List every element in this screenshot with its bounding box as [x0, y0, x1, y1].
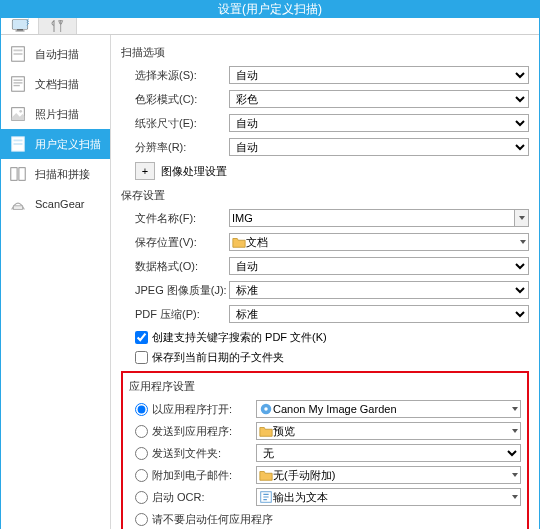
- colormode-select[interactable]: 彩色: [229, 90, 529, 108]
- svg-rect-15: [14, 143, 23, 145]
- svg-rect-2: [17, 29, 23, 31]
- save-group-title: 保存设置: [121, 188, 529, 203]
- source-select[interactable]: 自动: [229, 66, 529, 84]
- radio-attach[interactable]: [135, 469, 148, 482]
- format-label: 数据格式(O):: [121, 259, 229, 274]
- scangear-icon: [9, 195, 27, 213]
- chk-date-subfolder[interactable]: [135, 351, 148, 364]
- sidebar-label: 照片扫描: [35, 107, 79, 122]
- sendtofolder-select[interactable]: 无: [256, 444, 521, 462]
- imgproc-label: 图像处理设置: [161, 164, 227, 179]
- app-group-title: 应用程序设置: [129, 379, 521, 394]
- text-output-icon: [259, 490, 273, 504]
- pdfc-select[interactable]: 标准: [229, 305, 529, 323]
- radio-openwith[interactable]: [135, 403, 148, 416]
- sidebar: 自动扫描 文档扫描 照片扫描 用户定义扫描 扫描和拼接 ScanGear: [1, 35, 111, 529]
- page-auto-icon: [9, 45, 27, 63]
- expand-imgproc-button[interactable]: +: [135, 162, 155, 180]
- custom-scan-icon: [9, 135, 27, 153]
- sendtoapp-label: 发送到应用程序:: [152, 424, 256, 439]
- svg-rect-1: [12, 20, 27, 29]
- chk-kw-label: 创建支持关键字搜索的 PDF 文件(K): [152, 330, 327, 345]
- content-pane: 扫描选项 选择来源(S): 自动 色彩模式(C): 彩色 纸张尺寸(E): 自动…: [111, 35, 539, 529]
- papersize-select[interactable]: 自动: [229, 114, 529, 132]
- svg-rect-17: [19, 168, 25, 181]
- radio-none[interactable]: [135, 513, 148, 526]
- svg-point-12: [19, 110, 22, 113]
- jpegq-select[interactable]: 标准: [229, 281, 529, 299]
- sidebar-item-photo[interactable]: 照片扫描: [1, 99, 110, 129]
- svg-rect-18: [14, 206, 23, 210]
- scan-group-title: 扫描选项: [121, 45, 529, 60]
- app-settings-highlight: 应用程序设置 以应用程序打开: Canon My Image Garden 发送…: [121, 371, 529, 529]
- title-bar: 设置(用户定义扫描): [1, 1, 539, 18]
- folder-yellow-icon: [259, 424, 273, 438]
- svg-rect-3: [15, 31, 24, 32]
- svg-point-20: [264, 407, 268, 411]
- chk-date-label: 保存到当前日期的子文件夹: [152, 350, 284, 365]
- ocr-select[interactable]: 输出为文本: [256, 488, 521, 506]
- window-title: 设置(用户定义扫描): [218, 1, 322, 18]
- sidebar-item-auto[interactable]: 自动扫描: [1, 39, 110, 69]
- sidebar-item-stitch[interactable]: 扫描和拼接: [1, 159, 110, 189]
- openwith-label: 以应用程序打开:: [152, 402, 256, 417]
- sidebar-item-custom[interactable]: 用户定义扫描: [1, 129, 110, 159]
- resolution-label: 分辨率(R):: [121, 140, 229, 155]
- plus-icon: +: [142, 165, 148, 177]
- radio-sendtoapp[interactable]: [135, 425, 148, 438]
- folder-icon: [232, 235, 246, 249]
- jpegq-label: JPEG 图像质量(J):: [121, 283, 229, 298]
- sidebar-label: 文档扫描: [35, 77, 79, 92]
- sidebar-label: 扫描和拼接: [35, 167, 90, 182]
- svg-rect-6: [14, 53, 23, 55]
- stitch-icon: [9, 165, 27, 183]
- openwith-select[interactable]: Canon My Image Garden: [256, 400, 521, 418]
- sendtofolder-label: 发送到文件夹:: [152, 446, 256, 461]
- app-canon-icon: [259, 402, 273, 416]
- svg-rect-8: [14, 80, 23, 81]
- svg-rect-7: [12, 77, 25, 91]
- svg-rect-16: [11, 168, 17, 181]
- sidebar-label: 用户定义扫描: [35, 137, 101, 152]
- svg-rect-9: [14, 82, 23, 83]
- source-label: 选择来源(S):: [121, 68, 229, 83]
- format-select[interactable]: 自动: [229, 257, 529, 275]
- sidebar-label: 自动扫描: [35, 47, 79, 62]
- saveto-label: 保存位置(V):: [121, 235, 229, 250]
- document-icon: [9, 75, 27, 93]
- resolution-select[interactable]: 自动: [229, 138, 529, 156]
- sendtoapp-select[interactable]: 预览: [256, 422, 521, 440]
- tab-computer[interactable]: [1, 18, 39, 34]
- sidebar-item-document[interactable]: 文档扫描: [1, 69, 110, 99]
- tab-tools[interactable]: [39, 18, 77, 34]
- monitor-icon: [11, 18, 29, 34]
- radio-ocr[interactable]: [135, 491, 148, 504]
- svg-rect-5: [14, 50, 23, 52]
- radio-sendtofolder[interactable]: [135, 447, 148, 460]
- svg-rect-14: [14, 140, 23, 142]
- filename-label: 文件名称(F):: [121, 211, 229, 226]
- photo-icon: [9, 105, 27, 123]
- ocr-label: 启动 OCR:: [152, 490, 256, 505]
- svg-rect-10: [14, 85, 20, 86]
- tools-icon: [49, 18, 67, 34]
- pdfc-label: PDF 压缩(P):: [121, 307, 229, 322]
- saveto-select[interactable]: 文档: [229, 233, 529, 251]
- sidebar-item-scangear[interactable]: ScanGear: [1, 189, 110, 219]
- attach-label: 附加到电子邮件:: [152, 468, 256, 483]
- attach-select[interactable]: 无(手动附加): [256, 466, 521, 484]
- none-label: 请不要启动任何应用程序: [152, 512, 273, 527]
- filename-input[interactable]: [229, 209, 515, 227]
- sidebar-label: ScanGear: [35, 198, 85, 210]
- chk-kw-search[interactable]: [135, 331, 148, 344]
- folder-icon: [259, 468, 273, 482]
- papersize-label: 纸张尺寸(E):: [121, 116, 229, 131]
- colormode-label: 色彩模式(C):: [121, 92, 229, 107]
- filename-dropdown-button[interactable]: [515, 209, 529, 227]
